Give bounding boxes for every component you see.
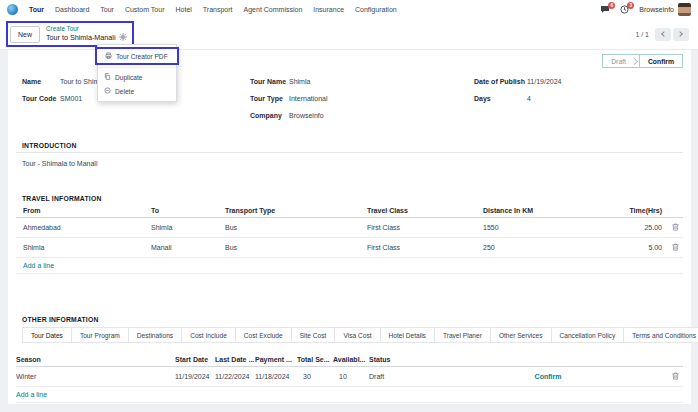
statusbar: Draft Confirm — [602, 54, 683, 68]
menu-transport[interactable]: Transport — [203, 6, 233, 13]
pager-previous-button[interactable] — [655, 28, 671, 41]
statusbar-draft[interactable]: Draft — [603, 55, 634, 67]
menu-configuration[interactable]: Configuration — [355, 6, 397, 13]
travel-add-a-line-link[interactable]: Add a line — [23, 262, 54, 269]
chevron-right-icon — [677, 31, 683, 37]
travel-table-header: From To Transport Type Travel Class Dist… — [16, 204, 683, 218]
other-information-section-title: OTHER INFORMATION — [16, 316, 683, 323]
notebook-tabs: Tour Dates Tour Program Destinations Cos… — [22, 327, 683, 343]
travel-table-row[interactable]: Ahmedabad Shimla Bus First Class 1550 25… — [16, 218, 683, 238]
statusbar-confirm[interactable]: Confirm — [639, 55, 682, 67]
tab-tour-program[interactable]: Tour Program — [71, 327, 129, 343]
gear-icon[interactable] — [119, 33, 127, 43]
tab-other-services[interactable]: Other Services — [490, 327, 552, 343]
travel-information-section-title: TRAVEL INFORMATION — [16, 195, 683, 202]
activities-badge: 3 — [627, 2, 634, 9]
printer-icon — [105, 52, 112, 60]
date-of-publish-input[interactable]: 11/19/2024 — [527, 78, 562, 86]
breadcrumb: Create Tour Tour to Shimla-Manali — [46, 25, 127, 44]
tab-travel-planer[interactable]: Travel Planer — [434, 327, 491, 343]
menu-item-annotation-box: Tour Creator PDF — [95, 47, 179, 65]
menu-item-tour-creator-pdf[interactable]: Tour Creator PDF — [99, 49, 175, 63]
menu-tour[interactable]: Tour — [100, 6, 114, 13]
form-sheet: Draft Confirm Name Tour to Shimla-Manali… — [8, 50, 691, 404]
app-menu-tour[interactable]: Tour — [29, 6, 44, 13]
tab-hotel-details[interactable]: Hotel Details — [380, 327, 435, 343]
tour-dates-row[interactable]: Winter 11/19/2024 11/22/2024 11/18/2024 … — [16, 367, 683, 387]
menu-agent-commission[interactable]: Agent Commission — [244, 6, 303, 13]
company-input[interactable]: Browseinfo — [289, 112, 324, 120]
messages-badge: 6 — [608, 2, 615, 9]
trash-icon[interactable] — [667, 238, 683, 258]
field-tour-type: Tour Type International — [250, 95, 474, 103]
pager-next-button[interactable] — [673, 28, 689, 41]
field-date-of-publish: Date of Publish 11/19/2024 — [474, 78, 683, 86]
menu-separator — [98, 67, 176, 68]
tour-name-input[interactable]: Shimla — [289, 78, 310, 86]
app-logo-icon[interactable] — [7, 4, 18, 15]
user-name: Browseinfo — [639, 6, 674, 13]
section-divider — [16, 152, 683, 153]
trash-icon[interactable] — [667, 218, 683, 238]
tab-cost-exclude[interactable]: Cost Exclude — [235, 327, 292, 343]
copy-icon — [104, 73, 111, 81]
pager: 1 / 1 — [635, 28, 689, 41]
activities-icon[interactable]: 3 — [620, 5, 629, 14]
statusbar-arrow-icon — [631, 57, 638, 64]
travel-information-table: From To Transport Type Travel Class Dist… — [16, 204, 683, 274]
tour-type-select[interactable]: International — [289, 95, 328, 103]
tab-visa-cost[interactable]: Visa Cost — [334, 327, 380, 343]
menu-item-delete[interactable]: Delete — [98, 84, 176, 98]
tab-tour-dates[interactable]: Tour Dates — [22, 327, 72, 343]
breadcrumb-parent[interactable]: Create Tour — [46, 25, 127, 33]
travel-table-row[interactable]: Shimla Manali Bus First Class 250 5.00 — [16, 238, 683, 258]
breadcrumb-current: Tour to Shimla-Manali — [46, 33, 127, 43]
menu-hotel[interactable]: Hotel — [175, 6, 191, 13]
menu-custom-tour[interactable]: Custom Tour — [125, 6, 165, 13]
field-tour-name: Tour Name Shimla — [250, 78, 474, 86]
action-dropdown-menu: Tour Creator PDF Duplicate Delete — [97, 44, 177, 102]
tour-dates-table-header: Season Start Date Last Date ... Payment … — [16, 353, 683, 367]
top-navbar: Tour Dashboard Tour Custom Tour Hotel Tr… — [0, 0, 698, 19]
tour-dates-add-a-line-link[interactable]: Add a line — [16, 391, 47, 398]
introduction-section-title: INTRODUCTION — [16, 142, 683, 149]
tour-code-input[interactable]: SM001 — [60, 95, 82, 103]
field-company: Company Browseinfo — [250, 112, 474, 120]
row-confirm-button[interactable]: Confirm — [535, 373, 562, 380]
delete-icon — [104, 87, 111, 95]
user-menu[interactable]: Browseinfo — [639, 3, 691, 16]
tab-cancellation-policy[interactable]: Cancellation Policy — [551, 327, 625, 343]
messages-icon[interactable]: 6 — [600, 5, 610, 14]
field-days: Days 4 — [474, 95, 683, 103]
introduction-text[interactable]: Tour - Shimala to Manali — [16, 160, 683, 167]
new-button[interactable]: New — [10, 26, 40, 43]
pager-value: 1 / 1 — [635, 31, 649, 38]
menu-item-duplicate[interactable]: Duplicate — [98, 70, 176, 84]
tab-site-cost[interactable]: Site Cost — [291, 327, 336, 343]
menu-dashboard[interactable]: Dashboard — [55, 6, 89, 13]
tour-dates-table: Season Start Date Last Date ... Payment … — [16, 353, 683, 403]
menu-insurance[interactable]: Insurance — [313, 6, 344, 13]
trash-icon[interactable] — [667, 367, 683, 387]
tab-terms-and-conditions[interactable]: Terms and Conditions — [623, 327, 698, 343]
days-input[interactable]: 4 — [527, 95, 531, 103]
app-window: Tour Dashboard Tour Custom Tour Hotel Tr… — [0, 0, 698, 412]
tab-cost-include[interactable]: Cost Include — [181, 327, 236, 343]
tab-destinations[interactable]: Destinations — [128, 327, 182, 343]
chevron-left-icon — [661, 31, 667, 37]
user-avatar — [678, 3, 691, 16]
